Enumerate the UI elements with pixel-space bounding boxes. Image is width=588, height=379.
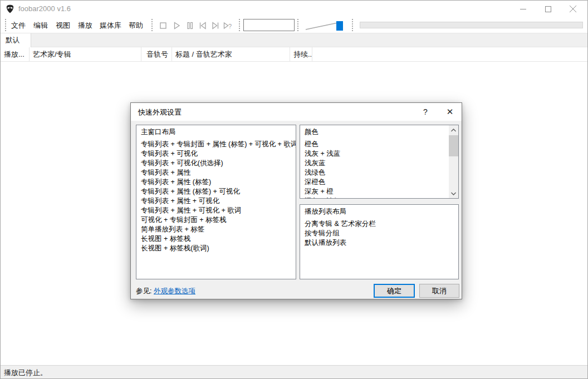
pause-icon[interactable] [184,20,195,31]
window-title: foobar2000 v1.6 [18,4,71,13]
close-icon[interactable] [564,1,582,17]
list-item[interactable]: 深橙色 [305,178,448,187]
menu-playback[interactable]: 播放 [78,21,92,31]
scrollbar-thumb[interactable] [449,135,458,156]
volume-grip[interactable] [297,19,298,31]
app-window: foobar2000 v1.6 文件 编辑 视图 播放 媒体库 帮助 [0,0,588,379]
search-input[interactable] [243,19,295,31]
column-track-number[interactable]: 音轨号 [141,47,172,61]
dialog-title: 快速外观设置 [138,107,182,117]
dialog-close-icon[interactable]: ✕ [440,103,459,120]
status-bar: 播放已停止。 [1,365,587,379]
list-item[interactable]: 浅灰 + 浅蓝 [305,149,448,159]
list-item[interactable]: 可视化 + 专辑封面 + 标签栈 [141,215,296,225]
svg-text:?: ? [228,22,232,29]
volume-slider[interactable] [301,17,350,33]
column-playing[interactable]: 播放... [1,47,30,61]
colors-header: 颜色 [305,127,448,137]
search-grip[interactable] [239,19,240,31]
list-item[interactable]: 按专辑分组 [305,229,458,238]
scroll-down-icon[interactable] [449,189,458,198]
menu-grip[interactable] [5,19,6,31]
stop-icon[interactable] [158,20,169,31]
help-icon[interactable]: ? [416,103,435,120]
random-icon[interactable]: ? [222,20,233,31]
playlist-tabstrip: 默认 [1,33,587,47]
ok-button[interactable]: 确定 [374,284,415,298]
toolbar-grip[interactable] [151,19,153,31]
list-item[interactable]: 深灰 + 橙 [305,187,448,196]
colors-listbox[interactable]: 颜色 橙色浅灰 + 浅蓝浅灰蓝浅绿色深橙色深灰 + 橙深灰 + 淡红 [300,125,459,199]
list-item[interactable]: 默认播放列表 [305,238,458,248]
main-layout-items: 专辑列表 + 专辑封面 + 属性 (标签) + 可视化 + 歌词专辑列表 + 可… [141,140,296,253]
quick-appearance-dialog: 快速外观设置 ? ✕ 主窗口布局 专辑列表 + 专辑封面 + 属性 (标签) +… [130,102,462,299]
list-item[interactable]: 简单播放列表 + 标签 [141,225,296,234]
playlist-column-header: 播放... 艺术家/专辑 音轨号 标题 / 音轨艺术家 持续... [1,47,587,62]
list-item[interactable]: 专辑列表 + 属性 (标签) [141,178,296,187]
maximize-icon[interactable] [538,1,557,17]
status-text: 播放已停止。 [4,368,47,378]
colors-items: 橙色浅灰 + 浅蓝浅灰蓝浅绿色深橙色深灰 + 橙深灰 + 淡红 [305,140,448,199]
see-also-label: 参见: [136,287,151,295]
colors-scrollbar[interactable] [449,125,458,198]
minimize-icon[interactable] [513,1,532,17]
list-item[interactable]: 分离专辑 & 艺术家分栏 [305,219,458,229]
playlist-layout-listbox[interactable]: 播放列表布局 分离专辑 & 艺术家分栏按专辑分组默认播放列表 [300,204,459,279]
list-item[interactable]: 长视图 + 标签栈(歌词) [141,244,296,253]
list-item[interactable]: 专辑列表 + 属性 + 可视化 + 歌词 [141,206,296,215]
column-duration[interactable]: 持续... [290,47,312,61]
previous-icon[interactable] [197,20,208,31]
list-item[interactable]: 专辑列表 + 属性 + 可视化 [141,196,296,206]
menu-file[interactable]: 文件 [11,21,26,31]
next-icon[interactable] [210,20,221,31]
main-layout-listbox[interactable]: 主窗口布局 专辑列表 + 专辑封面 + 属性 (标签) + 可视化 + 歌词专辑… [136,125,296,279]
playlist-layout-items: 分离专辑 & 艺术家分栏按专辑分组默认播放列表 [305,219,458,248]
scroll-up-icon[interactable] [449,125,458,135]
menubar: 文件 编辑 视图 播放 媒体库 帮助 ? [1,17,587,33]
play-icon[interactable] [171,20,182,31]
main-layout-header: 主窗口布局 [141,127,296,137]
tab-default-playlist[interactable]: 默认 [1,33,31,47]
titlebar: foobar2000 v1.6 [1,1,587,17]
list-item[interactable]: 专辑列表 + 属性 (标签) + 可视化 [141,187,296,196]
dialog-titlebar: 快速外观设置 ? ✕ [131,103,462,121]
menu-library[interactable]: 媒体库 [100,21,121,31]
column-artist-album[interactable]: 艺术家/专辑 [30,47,141,61]
list-item[interactable]: 专辑列表 + 专辑封面 + 属性 (标签) + 可视化 + 歌词 [141,140,296,149]
see-also: 参见: 外观参数选项 [136,287,195,296]
volume-slider-handle[interactable] [336,21,343,31]
list-item[interactable]: 橙色 [305,140,448,149]
playlist-layout-header: 播放列表布局 [305,207,458,216]
cancel-button[interactable]: 取消 [419,284,459,298]
column-title-artist[interactable]: 标题 / 音轨艺术家 [172,47,290,61]
list-item[interactable]: 专辑列表 + 可视化 [141,149,296,159]
foobar2000-logo-icon [6,4,14,13]
list-item[interactable]: 长视图 + 标签栈 [141,234,296,244]
list-item[interactable]: 浅灰蓝 [305,159,448,168]
list-item[interactable]: 浅绿色 [305,168,448,178]
list-item[interactable]: 专辑列表 + 可视化(供选择) [141,159,296,168]
appearance-preferences-link[interactable]: 外观参数选项 [154,287,195,295]
menu-edit[interactable]: 编辑 [33,21,48,31]
menu-help[interactable]: 帮助 [129,21,143,31]
seekbar-grip[interactable] [352,19,353,31]
list-item[interactable]: 深灰 + 淡红 [305,196,448,199]
menu-view[interactable]: 视图 [56,21,70,31]
list-item[interactable]: 专辑列表 + 属性 [141,168,296,178]
seek-bar[interactable] [360,22,583,28]
